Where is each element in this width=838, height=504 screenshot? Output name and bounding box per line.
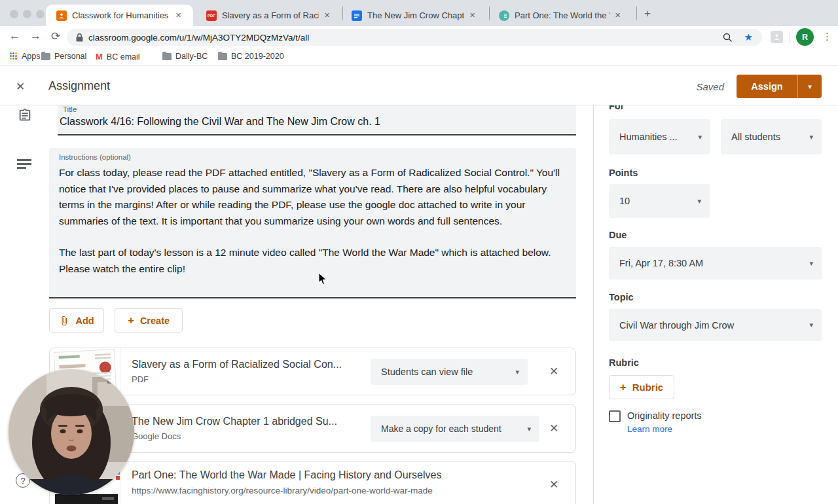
profile-avatar[interactable]: R: [796, 28, 814, 46]
gmail-icon: M: [96, 52, 103, 62]
create-button-label: Create: [140, 315, 170, 326]
attachment-card-pdf: Slavery as a Form of Racialized Social C…: [49, 348, 576, 395]
extension-icon[interactable]: [771, 31, 783, 43]
topic-value: Civil War through Jim Crow: [619, 320, 734, 331]
new-tab-button[interactable]: +: [644, 7, 651, 20]
bookmark-label: BC email: [107, 52, 140, 62]
assignment-clipboard-icon: [18, 108, 32, 122]
title-field[interactable]: Title Classwork 4/16: Following the Civi…: [58, 105, 576, 135]
window-close-button[interactable]: [10, 10, 18, 18]
facing-history-icon: [499, 10, 509, 21]
pdf-icon: PDF: [206, 10, 217, 21]
class-select-value: Humanities ...: [619, 132, 678, 142]
instructions-text[interactable]: For class today, please read the PDF att…: [59, 165, 568, 278]
bookmark-bc-email[interactable]: M BC email: [96, 52, 140, 62]
bookmark-bc-2019[interactable]: BC 2019-2020: [218, 52, 284, 61]
tab-close-icon[interactable]: ✕: [324, 11, 330, 20]
tab-close-icon[interactable]: ✕: [469, 11, 475, 20]
originality-checkbox[interactable]: [609, 410, 621, 422]
window-minimize-button[interactable]: [23, 10, 31, 18]
url-text[interactable]: classroom.google.com/u/1/w/MjA3OTY2MDQzM…: [88, 33, 309, 43]
chevron-down-icon: ▾: [809, 259, 813, 268]
bookmark-label: Apps: [22, 52, 41, 61]
tab-new-jim-crow[interactable]: The New Jim Crow Chapter 1 a ✕: [347, 5, 488, 26]
tab-title: Part One: The World the War M: [515, 10, 610, 20]
topic-label: Topic: [609, 292, 634, 302]
rubric-label: Rubric: [609, 357, 639, 368]
class-select[interactable]: Humanities ... ▾: [609, 119, 710, 154]
tab-separator: [489, 7, 490, 20]
apps-grid-icon: [10, 52, 18, 60]
mouse-cursor: [318, 272, 327, 285]
attachment-title[interactable]: The New Jim Crow Chapter 1 abridged Su..…: [132, 416, 337, 427]
chevron-down-icon: ▾: [515, 368, 519, 376]
audience-select-value: All students: [731, 132, 780, 142]
learn-more-link[interactable]: Learn more: [627, 424, 672, 434]
instructions-paragraph: For class today, please read the PDF att…: [59, 165, 568, 229]
plus-icon: +: [128, 314, 134, 327]
instructions-field-label: Instructions (optional): [59, 153, 131, 161]
instructions-field[interactable]: Instructions (optional) For class today,…: [49, 148, 576, 298]
tab-separator: [636, 7, 637, 20]
tab-classwork[interactable]: Classwork for Humanities 2019 ✕: [46, 5, 193, 26]
classroom-icon: [56, 10, 67, 21]
remove-attachment-icon[interactable]: ✕: [549, 422, 558, 435]
bookmarks-bar: Apps Personal M BC email Daily-BC BC 201…: [0, 48, 838, 65]
permission-dropdown[interactable]: Students can view file ▾: [371, 359, 528, 385]
attachment-title[interactable]: Slavery as a Form of Racialized Social C…: [132, 359, 342, 370]
tab-slavery-pdf[interactable]: PDF Slavery as a Form of Racialized ✕: [196, 5, 339, 26]
webcam-overlay: [9, 369, 134, 495]
bookmark-label: Daily-BC: [175, 52, 208, 61]
points-select[interactable]: 10 ▾: [609, 184, 710, 218]
folder-icon: [218, 53, 227, 60]
title-field-value[interactable]: Classwork 4/16: Following the Civil War …: [60, 116, 380, 128]
audience-select[interactable]: All students ▾: [721, 119, 822, 154]
reload-icon[interactable]: ⟳: [51, 29, 60, 43]
tab-close-icon[interactable]: ✕: [615, 11, 621, 20]
address-bar[interactable]: classroom.google.com/u/1/w/MjA3OTY2MDQzM…: [67, 29, 762, 46]
permission-value: Students can view file: [381, 367, 473, 377]
bookmark-label: BC 2019-2020: [231, 52, 284, 61]
remove-attachment-icon[interactable]: ✕: [549, 478, 558, 492]
attachment-url[interactable]: https://www.facinghistory.org/resource-l…: [132, 486, 433, 495]
bookmark-apps[interactable]: Apps: [10, 52, 41, 61]
permission-dropdown[interactable]: Make a copy for each student ▾: [371, 416, 539, 442]
chevron-down-icon: ▾: [697, 197, 701, 206]
assign-button[interactable]: Assign: [737, 75, 797, 98]
add-rubric-button[interactable]: + Rubric: [609, 375, 674, 399]
saved-status: Saved: [696, 81, 724, 92]
page-title: Assignment: [48, 79, 110, 93]
assign-dropdown-icon[interactable]: ▾: [797, 75, 822, 98]
topic-select[interactable]: Civil War through Jim Crow ▾: [609, 309, 822, 341]
due-select[interactable]: Fri, Apr 17, 8:30 AM ▾: [609, 247, 822, 279]
tab-part-one-video[interactable]: Part One: The World the War M ✕: [494, 5, 635, 26]
tab-separator: [342, 7, 343, 20]
due-value: Fri, Apr 17, 8:30 AM: [619, 258, 703, 268]
bookmark-personal[interactable]: Personal: [41, 52, 86, 61]
bookmark-star-icon[interactable]: ★: [744, 31, 753, 43]
zoom-search-icon[interactable]: [723, 33, 733, 43]
chrome-menu-icon[interactable]: ⋮: [822, 31, 832, 43]
tab-strip: Classwork for Humanities 2019 ✕ PDF Slav…: [0, 0, 838, 26]
window-zoom-button[interactable]: [36, 10, 45, 18]
chevron-down-icon: ▾: [809, 321, 813, 329]
back-icon[interactable]: ←: [9, 29, 20, 43]
attachment-title[interactable]: Part One: The World the War Made | Facin…: [132, 469, 441, 481]
bookmark-daily-bc[interactable]: Daily-BC: [162, 52, 208, 61]
google-docs-icon: [352, 10, 362, 21]
instructions-lines-icon: [17, 159, 31, 161]
paperclip-icon: [59, 315, 69, 326]
presenter-video: [9, 369, 134, 495]
rubric-button-label: Rubric: [632, 382, 664, 393]
add-button[interactable]: Add: [49, 308, 104, 333]
close-assignment-icon[interactable]: ✕: [16, 80, 25, 94]
tab-title: Slavery as a Form of Racialized: [222, 10, 319, 20]
tab-title: Classwork for Humanities 2019: [72, 10, 170, 20]
tab-close-icon[interactable]: ✕: [175, 11, 181, 20]
remove-attachment-icon[interactable]: ✕: [549, 365, 558, 378]
for-label: For: [609, 105, 624, 111]
folder-icon: [41, 53, 50, 60]
create-button[interactable]: + Create: [115, 308, 183, 333]
forward-icon[interactable]: →: [30, 29, 41, 43]
chevron-down-icon: ▾: [527, 425, 531, 433]
